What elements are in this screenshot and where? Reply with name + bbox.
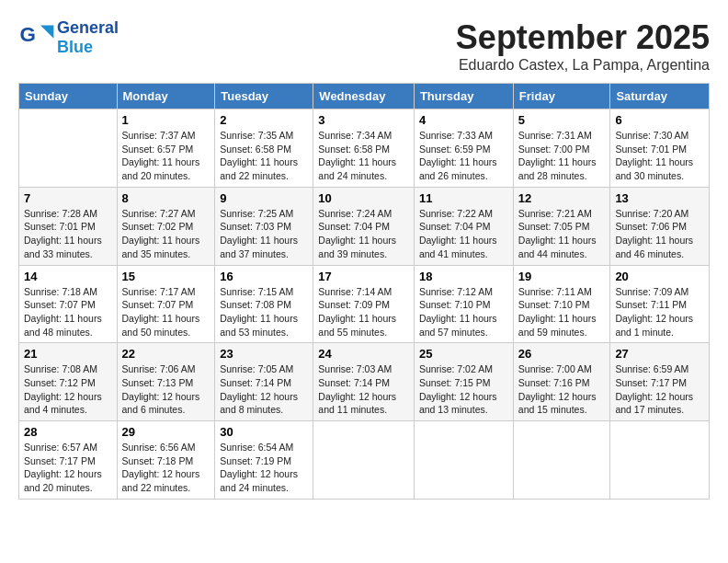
day-number: 7 [24,191,112,205]
calendar-cell: 11Sunrise: 7:22 AMSunset: 7:04 PMDayligh… [414,187,513,265]
day-info: Sunrise: 6:57 AMSunset: 7:17 PMDaylight:… [24,441,112,495]
day-number: 10 [318,191,409,205]
day-info: Sunrise: 7:27 AMSunset: 7:02 PMDaylight:… [122,207,210,261]
day-number: 21 [24,347,112,361]
calendar-cell: 6Sunrise: 7:30 AMSunset: 7:01 PMDaylight… [610,109,710,188]
day-number: 8 [122,191,210,205]
logo-text: General Blue [57,18,119,57]
calendar-cell: 26Sunrise: 7:00 AMSunset: 7:16 PMDayligh… [513,343,610,421]
day-number: 22 [122,347,210,361]
day-number: 11 [419,191,508,205]
header-cell-tuesday: Tuesday [215,84,313,109]
day-info: Sunrise: 7:37 AMSunset: 6:57 PMDaylight:… [122,129,210,183]
day-number: 6 [615,113,704,127]
calendar-cell: 5Sunrise: 7:31 AMSunset: 7:00 PMDaylight… [513,109,610,188]
day-info: Sunrise: 7:24 AMSunset: 7:04 PMDaylight:… [318,207,409,261]
day-info: Sunrise: 7:17 AMSunset: 7:07 PMDaylight:… [122,285,210,339]
header-cell-wednesday: Wednesday [313,84,415,109]
calendar-cell [313,421,415,500]
day-info: Sunrise: 7:15 AMSunset: 7:08 PMDaylight:… [220,285,308,339]
day-info: Sunrise: 7:12 AMSunset: 7:10 PMDaylight:… [419,285,508,339]
calendar-cell: 1Sunrise: 7:37 AMSunset: 6:57 PMDaylight… [117,109,215,188]
calendar-cell: 25Sunrise: 7:02 AMSunset: 7:15 PMDayligh… [414,343,513,421]
day-number: 25 [419,347,508,361]
calendar-cell: 30Sunrise: 6:54 AMSunset: 7:19 PMDayligh… [215,421,313,500]
calendar-cell: 8Sunrise: 7:27 AMSunset: 7:02 PMDaylight… [117,187,215,265]
day-info: Sunrise: 7:20 AMSunset: 7:06 PMDaylight:… [615,207,704,261]
calendar-cell: 9Sunrise: 7:25 AMSunset: 7:03 PMDaylight… [215,187,313,265]
day-info: Sunrise: 7:31 AMSunset: 7:00 PMDaylight:… [518,129,606,183]
day-info: Sunrise: 7:05 AMSunset: 7:14 PMDaylight:… [220,362,308,417]
day-info: Sunrise: 7:21 AMSunset: 7:05 PMDaylight:… [518,207,606,261]
calendar-cell: 23Sunrise: 7:05 AMSunset: 7:14 PMDayligh… [215,343,313,421]
calendar-cell: 29Sunrise: 6:56 AMSunset: 7:18 PMDayligh… [117,421,215,500]
calendar-cell: 15Sunrise: 7:17 AMSunset: 7:07 PMDayligh… [117,265,215,343]
day-number: 12 [518,191,606,205]
day-info: Sunrise: 6:56 AMSunset: 7:18 PMDaylight:… [122,441,210,495]
calendar-cell: 22Sunrise: 7:06 AMSunset: 7:13 PMDayligh… [117,343,215,421]
day-info: Sunrise: 6:59 AMSunset: 7:17 PMDaylight:… [615,362,704,417]
calendar-cell: 12Sunrise: 7:21 AMSunset: 7:05 PMDayligh… [513,187,610,265]
day-number: 20 [615,270,704,283]
calendar-table: SundayMondayTuesdayWednesdayThursdayFrid… [18,83,710,500]
calendar-cell: 16Sunrise: 7:15 AMSunset: 7:08 PMDayligh… [215,265,313,343]
calendar-cell [414,421,513,500]
calendar-cell: 18Sunrise: 7:12 AMSunset: 7:10 PMDayligh… [414,265,513,343]
day-number: 2 [220,113,308,127]
calendar-body: 1Sunrise: 7:37 AMSunset: 6:57 PMDaylight… [19,109,710,500]
day-number: 28 [24,425,112,439]
calendar-week-2: 7Sunrise: 7:28 AMSunset: 7:01 PMDaylight… [19,187,710,265]
day-number: 16 [220,270,308,283]
calendar-cell: 3Sunrise: 7:34 AMSunset: 6:58 PMDaylight… [313,109,415,188]
day-number: 17 [318,270,409,283]
day-info: Sunrise: 6:54 AMSunset: 7:19 PMDaylight:… [220,441,308,495]
svg-text:G: G [20,23,36,46]
day-info: Sunrise: 7:02 AMSunset: 7:15 PMDaylight:… [419,362,508,417]
calendar-cell [19,109,118,188]
day-info: Sunrise: 7:09 AMSunset: 7:11 PMDaylight:… [615,285,704,339]
day-number: 1 [122,113,210,127]
header-cell-saturday: Saturday [610,84,710,109]
month-title: September 2025 [456,18,710,57]
calendar-cell: 4Sunrise: 7:33 AMSunset: 6:59 PMDaylight… [414,109,513,188]
day-info: Sunrise: 7:35 AMSunset: 6:58 PMDaylight:… [220,129,308,183]
calendar-cell: 14Sunrise: 7:18 AMSunset: 7:07 PMDayligh… [19,265,118,343]
page-header: G General Blue September 2025 Eduardo Ca… [18,18,710,74]
calendar-cell [513,421,610,500]
calendar-cell [610,421,710,500]
calendar-week-1: 1Sunrise: 7:37 AMSunset: 6:57 PMDaylight… [19,109,710,188]
header-cell-sunday: Sunday [19,84,118,109]
day-info: Sunrise: 7:11 AMSunset: 7:10 PMDaylight:… [518,285,606,339]
day-info: Sunrise: 7:30 AMSunset: 7:01 PMDaylight:… [615,129,704,183]
day-info: Sunrise: 7:28 AMSunset: 7:01 PMDaylight:… [24,207,112,261]
day-number: 18 [419,270,508,283]
day-info: Sunrise: 7:18 AMSunset: 7:07 PMDaylight:… [24,285,112,339]
calendar-cell: 17Sunrise: 7:14 AMSunset: 7:09 PMDayligh… [313,265,415,343]
day-info: Sunrise: 7:08 AMSunset: 7:12 PMDaylight:… [24,362,112,417]
logo-icon: G [18,19,55,56]
calendar-cell: 19Sunrise: 7:11 AMSunset: 7:10 PMDayligh… [513,265,610,343]
calendar-cell: 20Sunrise: 7:09 AMSunset: 7:11 PMDayligh… [610,265,710,343]
day-info: Sunrise: 7:03 AMSunset: 7:14 PMDaylight:… [318,362,409,417]
day-number: 15 [122,270,210,283]
calendar-cell: 2Sunrise: 7:35 AMSunset: 6:58 PMDaylight… [215,109,313,188]
calendar-week-5: 28Sunrise: 6:57 AMSunset: 7:17 PMDayligh… [19,421,710,500]
header-cell-monday: Monday [117,84,215,109]
day-info: Sunrise: 7:25 AMSunset: 7:03 PMDaylight:… [220,207,308,261]
day-number: 23 [220,347,308,361]
day-number: 4 [419,113,508,127]
day-number: 30 [220,425,308,439]
calendar-cell: 10Sunrise: 7:24 AMSunset: 7:04 PMDayligh… [313,187,415,265]
day-number: 5 [518,113,606,127]
calendar-week-4: 21Sunrise: 7:08 AMSunset: 7:12 PMDayligh… [19,343,710,421]
day-number: 29 [122,425,210,439]
day-number: 3 [318,113,409,127]
calendar-cell: 13Sunrise: 7:20 AMSunset: 7:06 PMDayligh… [610,187,710,265]
logo-general: General [57,18,119,37]
day-number: 19 [518,270,606,283]
calendar-week-3: 14Sunrise: 7:18 AMSunset: 7:07 PMDayligh… [19,265,710,343]
header-cell-thursday: Thursday [414,84,513,109]
calendar-header-row: SundayMondayTuesdayWednesdayThursdayFrid… [19,84,710,109]
day-info: Sunrise: 7:00 AMSunset: 7:16 PMDaylight:… [518,362,606,417]
title-block: September 2025 Eduardo Castex, La Pampa,… [456,18,710,74]
